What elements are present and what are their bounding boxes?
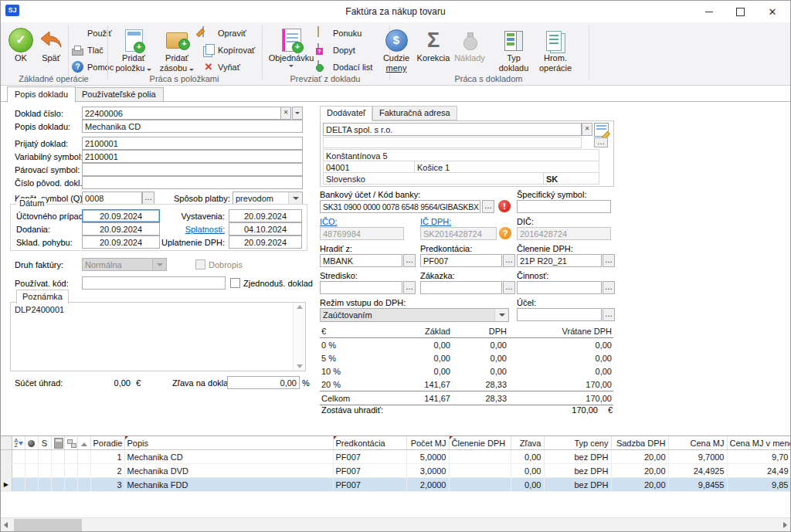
horizontal-scrollbar[interactable]: [1, 517, 790, 532]
pay-from-picker-button[interactable]: …: [403, 254, 416, 267]
variable-symbol-field[interactable]: 2100001: [82, 150, 303, 163]
table-row-selected[interactable]: ▶ 3 Mechanika FDD PF007 2,0000 0,00 bez …: [1, 478, 791, 492]
take-from-delivery-note-button[interactable]: Dodací list: [317, 60, 372, 74]
pairing-symbol-field[interactable]: [82, 163, 303, 176]
job-picker-button[interactable]: …: [503, 281, 515, 294]
maximize-button[interactable]: [727, 2, 753, 21]
supplier-edit-button[interactable]: [594, 123, 609, 137]
grid-header-cena-mj-v-mene[interactable]: Cena MJ v mene: [727, 436, 791, 450]
grid-header-popis[interactable]: Popis: [124, 436, 333, 450]
grid-header-zlava[interactable]: Zľava: [511, 436, 544, 450]
activity-picker-button[interactable]: …: [603, 281, 615, 294]
bulk-operations-button[interactable]: Hrom. operácie: [535, 27, 576, 73]
posting-field[interactable]: PF007: [420, 254, 502, 267]
back-button[interactable]: Späť: [36, 27, 66, 63]
sort-order-button[interactable]: [77, 436, 90, 450]
supplier-more-button[interactable]: …: [594, 137, 608, 147]
copy-item-button[interactable]: Kopírovať: [202, 43, 255, 57]
grid-header-poradie[interactable]: Poradie: [90, 436, 124, 450]
ok-button[interactable]: ✓ OK: [7, 27, 35, 63]
pay-from-field[interactable]: MBANK: [320, 254, 402, 267]
date-due-field[interactable]: 04.10.2024: [229, 222, 302, 236]
add-item-button[interactable]: + Pridať položku: [114, 27, 153, 73]
supplier-city-field[interactable]: Košice 1: [414, 161, 599, 173]
ico-link[interactable]: IČO:: [320, 217, 338, 226]
remove-item-button[interactable]: ✕ Vyňať: [202, 60, 240, 74]
center-field[interactable]: [320, 281, 402, 294]
row-selector[interactable]: [1, 450, 12, 464]
supplier-country-code-field[interactable]: SK: [543, 172, 599, 185]
const-symbol-picker-button[interactable]: …: [142, 191, 154, 205]
purpose-picker-button[interactable]: …: [603, 308, 615, 321]
column-calc-button[interactable]: [51, 436, 64, 450]
row-selector-current[interactable]: ▶: [1, 478, 12, 492]
sort-az-button[interactable]: AZ: [12, 436, 25, 450]
correction-button[interactable]: Σ Korekcia: [416, 27, 451, 63]
scroll-left-icon[interactable]: [4, 522, 8, 528]
add-stock-button[interactable]: + Pridať zásobu: [158, 27, 196, 73]
date-delivery-field[interactable]: 20.09.2024: [82, 222, 160, 236]
column-tree-button[interactable]: [64, 436, 77, 450]
grid-header-typ-ceny[interactable]: Typ ceny: [544, 436, 611, 450]
original-doc-number-field[interactable]: [82, 176, 303, 189]
take-from-order-button[interactable]: + Objednávku: [268, 27, 314, 67]
doc-number-clear-button[interactable]: ✕: [280, 107, 291, 120]
doc-desc-field[interactable]: Mechanika CD: [82, 120, 303, 133]
column-s-button[interactable]: S: [38, 436, 51, 450]
foreign-currency-button[interactable]: $ Cudzie meny: [379, 27, 414, 73]
posting-picker-button[interactable]: …: [503, 254, 515, 267]
tab-dodavatel[interactable]: Dodávateľ: [320, 106, 372, 121]
grid-header-sadzba-dph[interactable]: Sadzba DPH: [611, 436, 668, 450]
grid-header-cena-mj[interactable]: Cena MJ: [668, 436, 727, 450]
doc-number-field[interactable]: 22400006: [82, 107, 281, 120]
supplier-street-field[interactable]: Konštantínova 5: [323, 149, 599, 161]
specific-symbol-field[interactable]: [517, 200, 611, 213]
tab-popis-dokladu[interactable]: Popis dokladu: [7, 86, 76, 103]
note-tab[interactable]: Poznámka: [16, 290, 69, 303]
ic-dph-link[interactable]: IČ DPH:: [420, 217, 451, 226]
const-symbol-field[interactable]: 0008: [82, 191, 142, 205]
scroll-right-icon[interactable]: [783, 522, 787, 528]
print-button[interactable]: Tlač: [72, 43, 104, 57]
doc-discount-field[interactable]: 0,00: [227, 376, 300, 389]
vat-mode-select[interactable]: Zaúčtovaním: [320, 308, 509, 322]
vat-class-field[interactable]: 21P R20_21: [517, 254, 602, 267]
center-picker-button[interactable]: …: [403, 281, 416, 294]
date-vat-field[interactable]: 20.09.2024: [229, 236, 302, 249]
tab-fakturacna-adresa[interactable]: Fakturačná adresa: [372, 106, 457, 120]
doc-number-dropdown-button[interactable]: [292, 107, 303, 120]
document-type-button[interactable]: Typ dokladu: [494, 27, 534, 73]
payment-method-select[interactable]: prevodom: [233, 191, 303, 205]
edit-item-button[interactable]: Opraviť: [202, 26, 246, 40]
date-issue-field[interactable]: 20.09.2024: [229, 209, 302, 222]
grid-header-predkontacia[interactable]: Predkontácia: [333, 436, 406, 450]
purpose-field[interactable]: [517, 308, 602, 321]
bank-account-picker-button[interactable]: …: [482, 200, 494, 213]
row-selector[interactable]: [1, 464, 12, 478]
activity-field[interactable]: [517, 281, 602, 294]
note-textarea[interactable]: DLP2400001: [10, 302, 306, 371]
supplier-clear-button[interactable]: ✕: [582, 123, 592, 136]
simplified-doc-checkbox[interactable]: [230, 278, 240, 288]
scrollbar-thumb[interactable]: [14, 519, 82, 531]
job-field[interactable]: [420, 281, 502, 294]
date-case-field[interactable]: 20.09.2024: [82, 209, 160, 222]
close-button[interactable]: ✕: [759, 2, 786, 21]
supplier-zip-field[interactable]: 04001: [323, 161, 415, 173]
column-marker-button[interactable]: [25, 436, 38, 450]
received-doc-field[interactable]: 2100001: [82, 137, 303, 150]
tab-pouzivatelske-polia[interactable]: Používateľské polia: [74, 87, 164, 102]
grid-header-pocet-mj[interactable]: Počet MJ: [406, 436, 449, 450]
date-due-link[interactable]: Splatnosti:: [167, 225, 225, 234]
vat-class-picker-button[interactable]: …: [603, 254, 615, 267]
supplier-name-field[interactable]: DELTA spol. s r.o.: [323, 123, 582, 136]
take-from-inquiry-button[interactable]: ? Dopyt: [317, 43, 355, 57]
user-code-field[interactable]: [82, 276, 226, 290]
table-row[interactable]: 1 Mechanika CD PF007 5,0000 0,00 bez DPH…: [1, 450, 791, 464]
minimize-button[interactable]: [696, 2, 722, 21]
date-stock-field[interactable]: 20.09.2024: [82, 236, 160, 249]
table-row[interactable]: 2 Mechanika DVD PF007 3,0000 0,00 bez DP…: [1, 464, 791, 478]
supplier-name2-field[interactable]: [323, 137, 582, 148]
take-from-offer-button[interactable]: Ponuku: [317, 26, 362, 40]
apply-button[interactable]: Použiť: [72, 26, 112, 40]
